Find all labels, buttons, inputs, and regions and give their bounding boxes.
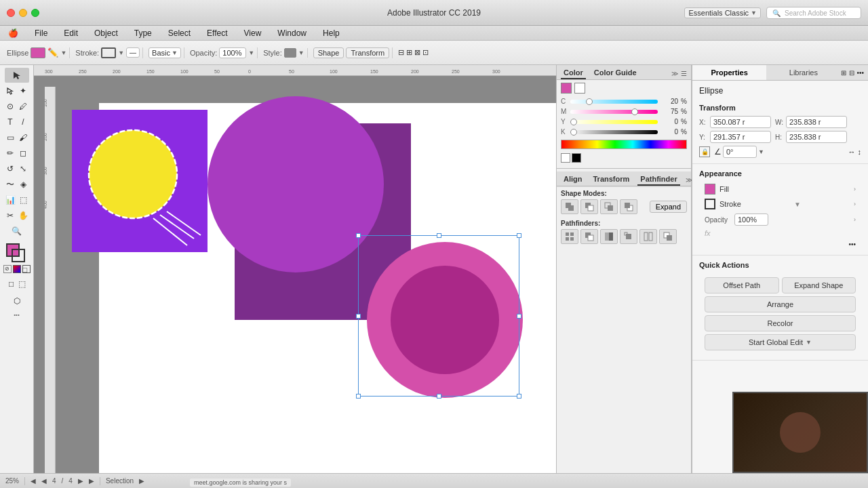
white-swatch[interactable] — [561, 153, 570, 163]
black-swatch[interactable] — [572, 153, 581, 163]
offset-path-button[interactable]: Offset Path — [705, 277, 779, 293]
flip-horizontal-icon[interactable]: ↔ — [848, 148, 856, 156]
stock-search[interactable]: 🔍 Search Adobe Stock — [766, 7, 861, 19]
fill-expand-icon[interactable]: › — [854, 186, 856, 192]
expand-shape-button[interactable]: Expand Shape — [782, 277, 856, 293]
handle-bc[interactable] — [437, 394, 441, 399]
menu-type[interactable]: Type — [132, 28, 155, 39]
divide-button[interactable] — [561, 229, 578, 244]
stroke-dropdown-ap[interactable]: ▼ — [794, 201, 801, 208]
hand-tool[interactable]: ✋ — [17, 208, 29, 223]
constrain-proportions-icon[interactable]: 🔒 — [699, 146, 710, 157]
type-tool[interactable]: T — [4, 115, 16, 129]
arrange-button[interactable]: Arrange — [705, 296, 856, 312]
expand-button[interactable]: Expand — [650, 201, 687, 213]
menu-apple[interactable]: 🍎 — [5, 28, 21, 39]
minus-back-button[interactable] — [659, 229, 677, 244]
menu-view[interactable]: View — [241, 28, 264, 39]
column-graph-tool[interactable]: 📊 — [4, 192, 16, 207]
minimize-button[interactable] — [19, 9, 27, 17]
color-tab[interactable]: Color — [561, 67, 586, 79]
lasso-tool[interactable]: ⊙ — [4, 99, 16, 114]
start-global-edit-button[interactable]: Start Global Edit ▼ — [705, 334, 856, 350]
libraries-tab[interactable]: Libraries — [766, 65, 840, 80]
k-thumb[interactable] — [570, 129, 577, 136]
handle-mr[interactable] — [517, 314, 521, 319]
menu-object[interactable]: Object — [92, 28, 121, 39]
menu-file[interactable]: File — [32, 28, 50, 39]
fullscreen-mode[interactable]: ⬚ — [18, 277, 27, 291]
m-slider[interactable] — [570, 110, 658, 114]
style-picker[interactable] — [284, 48, 296, 58]
handle-tc[interactable] — [437, 233, 441, 238]
selection-tool[interactable] — [5, 68, 29, 83]
menu-edit[interactable]: Edit — [61, 28, 81, 39]
stroke-width-input[interactable]: — — [126, 47, 140, 58]
unite-button[interactable] — [561, 199, 578, 214]
y-input[interactable]: 291.357 r — [710, 131, 771, 143]
fill-color-display[interactable] — [705, 184, 715, 195]
recolor-button[interactable]: Recolor — [705, 315, 856, 331]
line-tool[interactable]: / — [17, 115, 29, 129]
handle-tl[interactable] — [356, 233, 361, 238]
stroke-indicator[interactable] — [12, 249, 25, 262]
stroke-color-picker[interactable] — [101, 47, 116, 58]
prev-icon[interactable]: ◀ — [41, 477, 47, 485]
align-icon-2[interactable]: ⊞ — [406, 48, 412, 57]
menu-select[interactable]: Select — [165, 28, 193, 39]
minus-front-button[interactable] — [580, 199, 598, 214]
pencil-tool[interactable]: ✏ — [4, 146, 16, 161]
pen-icon[interactable]: ✏️ — [47, 47, 58, 58]
opacity-dropdown-icon[interactable]: ▼ — [248, 49, 254, 56]
prev-page-icon[interactable]: ◀ — [31, 477, 36, 485]
c-thumb[interactable] — [586, 98, 593, 105]
scale-tool[interactable]: ⤡ — [17, 161, 29, 176]
y-slider[interactable] — [570, 120, 658, 124]
w-input[interactable]: 235.838 r — [786, 116, 847, 128]
stroke-expand-icon[interactable]: › — [854, 201, 856, 207]
pathfinder-tab[interactable]: Pathfinder — [637, 174, 679, 186]
gradient-icon[interactable] — [13, 265, 21, 273]
c-slider[interactable] — [570, 100, 658, 104]
rotate-tool[interactable]: ↺ — [4, 161, 16, 176]
canvas-area[interactable]: 300 250 200 150 100 50 0 50 100 150 200 … — [34, 65, 556, 473]
warp-tool[interactable]: 〜 — [4, 177, 16, 192]
style-dropdown-icon[interactable]: ▼ — [298, 49, 304, 56]
panel-icon-2[interactable]: ⊟ — [849, 69, 854, 77]
merge-button[interactable] — [600, 229, 618, 244]
flip-vertical-icon[interactable]: ↕ — [858, 148, 862, 156]
status-play-icon[interactable]: ▶ — [139, 477, 144, 485]
appearance-options-icon[interactable]: ••• — [848, 241, 856, 248]
intersect-button[interactable] — [600, 199, 618, 214]
panel-menu-icon[interactable]: ≫ — [671, 70, 678, 77]
change-screen-mode[interactable]: ⬡ — [5, 293, 29, 308]
none-color-icon[interactable]: ⊘ — [3, 265, 12, 273]
handle-br[interactable] — [517, 394, 521, 399]
paintbrush-tool[interactable]: 🖌 — [17, 130, 29, 145]
stroke-color-display[interactable] — [705, 199, 715, 209]
shape-tab-button[interactable]: Shape — [313, 47, 344, 58]
shape-dropdown-icon[interactable]: ▼ — [60, 49, 66, 56]
more-tools[interactable]: ••• — [14, 312, 19, 318]
slice-tool[interactable]: ✂ — [4, 208, 16, 223]
panel-icon-1[interactable]: ⊞ — [841, 69, 846, 77]
align-icon-3[interactable]: ⊠ — [414, 48, 420, 57]
h-input[interactable]: 235.838 r — [786, 131, 847, 143]
align-icon-4[interactable]: ⊡ — [422, 48, 429, 57]
panel-more-icon[interactable]: ••• — [857, 69, 865, 77]
properties-tab[interactable]: Properties — [692, 65, 766, 80]
transform-sub-tab[interactable]: Transform — [591, 174, 633, 186]
artboard-tool[interactable]: ⬚ — [17, 192, 29, 207]
menu-window[interactable]: Window — [275, 28, 309, 39]
close-button[interactable] — [7, 9, 15, 17]
workspace-selector[interactable]: Essentials Classic ▼ — [684, 7, 761, 18]
direct-selection-tool[interactable] — [4, 83, 16, 98]
angle-dropdown[interactable]: ▼ — [758, 148, 764, 155]
trim-button[interactable] — [580, 229, 598, 244]
outline-button[interactable] — [639, 229, 657, 244]
exclude-button[interactable] — [620, 199, 637, 214]
m-thumb[interactable] — [631, 108, 638, 115]
transform-tab-button[interactable]: Transform — [346, 47, 389, 58]
angle-input[interactable]: 0° — [723, 146, 757, 158]
pen-tool[interactable]: 🖊 — [17, 99, 29, 114]
